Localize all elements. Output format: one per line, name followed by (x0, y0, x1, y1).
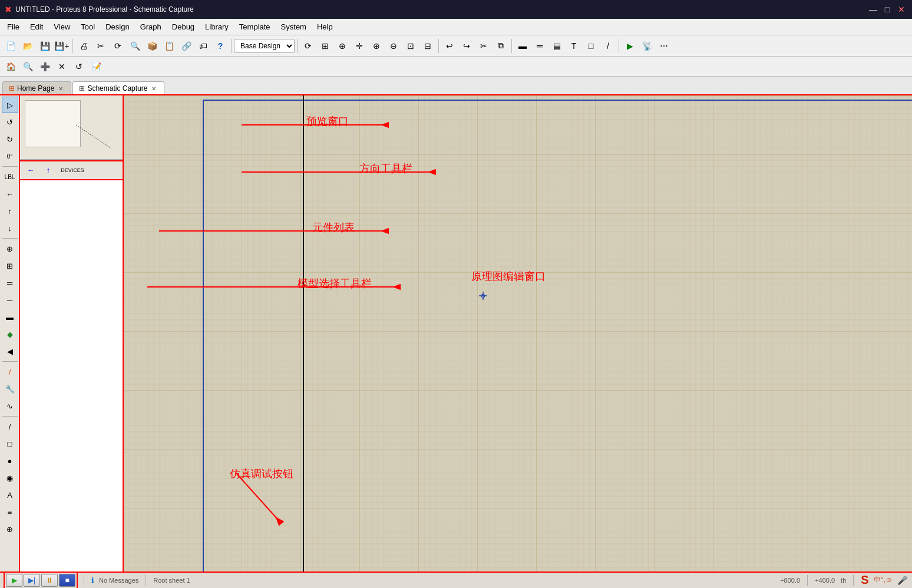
arc-tool[interactable]: ◉ (2, 470, 18, 486)
zoom-out-button[interactable]: ⊖ (385, 38, 402, 54)
menu-tool[interactable]: Tool (76, 21, 100, 33)
scissors-button[interactable]: ✂ (475, 38, 492, 54)
circle-tool[interactable]: ● (2, 452, 18, 469)
zoom-area-button[interactable]: ⊡ (402, 38, 419, 54)
up-arrow[interactable]: ↑ (2, 203, 18, 219)
line-draw-tool[interactable]: / (2, 418, 18, 435)
schematic-tab-close[interactable]: ✕ (150, 84, 158, 93)
wire-tool[interactable]: ═ (2, 275, 18, 291)
maximize-button[interactable]: □ (881, 4, 893, 15)
live-button[interactable]: ▶ (622, 38, 638, 54)
dir-up[interactable]: ↑ (40, 162, 57, 179)
label-tool[interactable]: LBL (2, 169, 18, 185)
zoom-in-button[interactable]: ⊕ (368, 38, 385, 54)
menu-file[interactable]: File (2, 21, 24, 33)
open-button[interactable]: 📂 (19, 38, 36, 54)
select-tool[interactable]: ▷ (2, 97, 18, 113)
copy-button[interactable]: ⧉ (493, 38, 509, 54)
print-button[interactable]: 🖨 (75, 38, 92, 54)
power-tool[interactable]: ◀ (2, 343, 18, 359)
schematic-canvas[interactable]: 预览窗口 方向工具栏 元件列表 (124, 95, 912, 572)
junction-tool[interactable]: ⊞ (2, 257, 18, 274)
refresh-button[interactable]: ⟳ (300, 38, 316, 54)
zoom-button[interactable]: 🔍 (127, 38, 143, 54)
origin-button[interactable]: ⊕ (334, 38, 351, 54)
sim-play-button[interactable]: ▶ (6, 574, 22, 587)
props-button[interactable]: 📝 (88, 58, 104, 75)
help-button[interactable]: ? (212, 38, 229, 54)
dir-left[interactable]: ← (22, 162, 39, 179)
cut-button[interactable]: ✂ (92, 38, 109, 54)
sim-step-button[interactable]: ▶| (24, 574, 40, 587)
sep1 (72, 39, 73, 53)
menu-help[interactable]: Help (312, 21, 338, 33)
rotate-cw[interactable]: ↺ (2, 114, 18, 130)
menu-graph[interactable]: Graph (136, 21, 166, 33)
bom-button[interactable]: 📋 (161, 38, 177, 54)
text-tool[interactable]: A (2, 487, 18, 503)
status-sep3 (807, 575, 808, 586)
origin-tool[interactable]: ⊕ (2, 521, 18, 537)
tab-home[interactable]: ⊞ Home Page ✕ (2, 81, 71, 95)
symbol-tool[interactable]: ≡ (2, 504, 18, 520)
bus-tool[interactable]: ─ (2, 292, 18, 308)
sync-button[interactable]: ↺ (71, 58, 87, 75)
probe-button[interactable]: 📡 (639, 38, 655, 54)
instrument-tool[interactable]: 🔧 (2, 381, 18, 397)
rotate-button[interactable]: ⟳ (110, 38, 126, 54)
menu-design[interactable]: Design (101, 21, 134, 33)
grid-toggle[interactable]: ⊞ (317, 38, 333, 54)
rotate-ccw[interactable]: ↻ (2, 131, 18, 147)
minimize-button[interactable]: — (867, 4, 879, 15)
sim-pause-button[interactable]: ⏸ (41, 574, 58, 587)
design-dropdown[interactable]: Base Design (234, 39, 295, 53)
menu-debug[interactable]: Debug (167, 21, 199, 33)
down-arrow[interactable]: ↓ (2, 220, 18, 236)
redo-button[interactable]: ↪ (458, 38, 475, 54)
zoom-fit-button[interactable]: ⊟ (419, 38, 436, 54)
port-tool[interactable]: ◆ (2, 326, 18, 342)
menu-system[interactable]: System (276, 21, 311, 33)
angle-tool[interactable]: 0° (2, 148, 18, 164)
tab-schematic[interactable]: ⊞ Schematic Capture ✕ (72, 81, 164, 95)
save-button[interactable]: 💾 (37, 38, 53, 54)
left-arrow[interactable]: ← (2, 186, 18, 202)
box-button[interactable]: □ (583, 38, 599, 54)
menu-edit[interactable]: Edit (25, 21, 48, 33)
pan-button[interactable]: ✛ (351, 38, 368, 54)
canvas-area[interactable]: 预览窗口 方向工具栏 元件列表 (124, 95, 912, 572)
menu-library[interactable]: Library (200, 21, 233, 33)
direction-toolbar: ← ↑ DEVICES (20, 160, 123, 180)
netlist-button[interactable]: 🔗 (178, 38, 194, 54)
extra-button[interactable]: ⋯ (656, 38, 672, 54)
probe-tool[interactable]: / (2, 364, 18, 380)
close-button[interactable]: ✕ (896, 4, 907, 15)
component-list[interactable] (20, 180, 123, 572)
component-button[interactable]: 📦 (144, 38, 160, 54)
app-icon: ✖ (5, 5, 12, 14)
line-button[interactable]: / (600, 38, 616, 54)
pin-tool[interactable]: ▬ (2, 309, 18, 325)
menu-view[interactable]: View (49, 21, 75, 33)
save-all-button[interactable]: 💾+ (54, 38, 70, 54)
home-tab-close[interactable]: ✕ (57, 84, 65, 93)
component-tool[interactable]: ⊕ (2, 240, 18, 257)
new-button[interactable]: 📄 (2, 38, 19, 54)
sep3 (297, 39, 298, 53)
generator-tool[interactable]: ∿ (2, 398, 18, 414)
undo-button[interactable]: ↩ (441, 38, 458, 54)
label-button[interactable]: ▤ (548, 38, 565, 54)
toolbar-main: 📄 📂 💾 💾+ 🖨 ✂ ⟳ 🔍 📦 📋 🔗 🏷 ? Base Design ⟳… (0, 35, 912, 57)
wire-button[interactable]: ▬ (514, 38, 531, 54)
delete-button[interactable]: ✕ (54, 58, 70, 75)
menu-template[interactable]: Template (234, 21, 275, 33)
text-button[interactable]: T (566, 38, 582, 54)
sim-stop-button[interactable]: ■ (59, 574, 75, 587)
bus-button[interactable]: ═ (531, 38, 548, 54)
home-button[interactable]: 🏠 (2, 58, 19, 75)
devices-label-btn[interactable]: DEVICES (58, 162, 87, 179)
rect-tool[interactable]: □ (2, 435, 18, 452)
search-button[interactable]: 🔍 (19, 58, 36, 75)
add-component[interactable]: ➕ (37, 58, 53, 75)
annotate-button[interactable]: 🏷 (195, 38, 212, 54)
